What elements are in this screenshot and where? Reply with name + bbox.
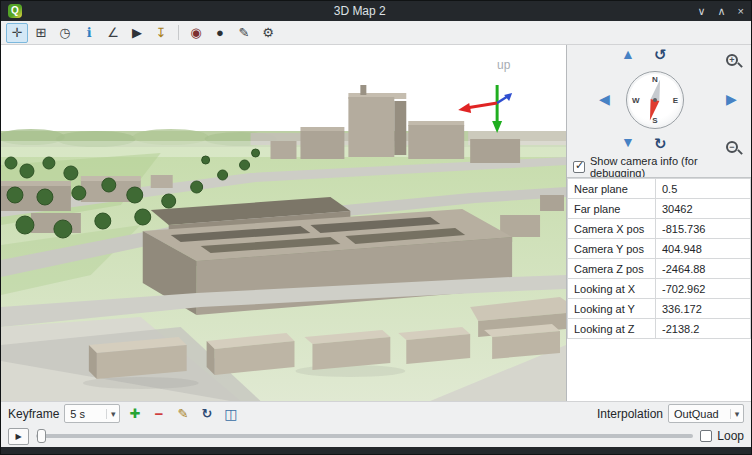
update-keyframes-button[interactable]: ↻ — [197, 404, 216, 423]
row-label: Near plane — [568, 179, 656, 199]
row-value: -702.962 — [656, 279, 751, 299]
table-row: Far plane30462 — [568, 199, 751, 219]
minimize-button[interactable]: ∨ — [697, 5, 705, 18]
row-value: 30462 — [656, 199, 751, 219]
row-label: Looking at Y — [568, 299, 656, 319]
up-arrow-icon: ▲ — [621, 46, 635, 62]
disk-icon: ◫ — [224, 406, 237, 422]
loop-label: Loop — [717, 429, 744, 443]
zoom-out-button[interactable]: − — [726, 138, 743, 155]
globe-icon: ● — [216, 25, 224, 40]
table-row: Near plane0.5 — [568, 179, 751, 199]
configure-button[interactable]: ⚙ — [257, 23, 279, 43]
show-camera-info-checkbox[interactable]: ✓ Show camera info (for debugging) — [567, 157, 751, 177]
table-row: Camera Y pos404.948 — [568, 239, 751, 259]
camera-icon: ◉ — [190, 25, 201, 40]
scene-globe-button[interactable]: ● — [209, 23, 231, 43]
row-value: -2138.2 — [656, 319, 751, 339]
move-left-button[interactable]: ◀ — [599, 92, 610, 106]
row-label: Camera X pos — [568, 219, 656, 239]
compass[interactable]: N W E S — [626, 71, 684, 129]
close-button[interactable]: × — [738, 5, 744, 18]
remove-keyframe-button[interactable]: − — [149, 404, 168, 423]
rotate-cw-icon: ↻ — [654, 135, 667, 152]
export-animation-button[interactable]: ◫ — [221, 404, 240, 423]
dropdown-arrow-icon: ▾ — [730, 409, 743, 419]
window-frame-bottom — [1, 447, 751, 454]
row-label: Looking at X — [568, 279, 656, 299]
show-camera-info-label: Show camera info (for debugging) — [590, 155, 745, 179]
table-row: Looking at Y336.172 — [568, 299, 751, 319]
play-icon: ▶ — [15, 432, 21, 441]
row-label: Camera Y pos — [568, 239, 656, 259]
zoom-in-icon: + — [726, 54, 738, 66]
slider-handle[interactable] — [37, 429, 46, 443]
camera-navigation: ▲ ↺ + ◀ ▶ ▼ ↻ − N W E S — [567, 45, 751, 157]
play-icon: ▶ — [132, 25, 142, 40]
row-value: -2464.88 — [656, 259, 751, 279]
row-label: Camera Z pos — [568, 259, 656, 279]
axis-up-label: up — [497, 58, 511, 72]
row-value: 404.948 — [656, 239, 751, 259]
check-icon: ✓ — [575, 159, 584, 172]
timeline-slider[interactable] — [36, 428, 693, 444]
edit-keyframe-button[interactable]: ✎ — [173, 404, 192, 423]
window-title: 3D Map 2 — [22, 4, 697, 18]
play-animation-button[interactable]: ▶ — [8, 428, 29, 445]
compass-needle-icon — [627, 72, 683, 128]
magnifier-handle — [737, 62, 743, 68]
measure-line-button[interactable]: ∠ — [102, 23, 124, 43]
pencil-icon: ✎ — [239, 25, 250, 40]
keyframe-combo[interactable]: 5 s ▾ — [64, 404, 120, 423]
rotate-ccw-button[interactable]: ↺ — [654, 47, 667, 62]
info-icon: ℹ — [87, 25, 92, 40]
gear-icon: ⚙ — [262, 25, 274, 40]
toolbar: ✛ ⊞ ◷ ℹ ∠ ▶ ↧ ◉ ● ✎ ⚙ — [1, 21, 751, 45]
down-arrow-icon: ▼ — [621, 134, 635, 150]
row-label: Far plane — [568, 199, 656, 219]
keyframe-bar: Keyframe 5 s ▾ ✚ − ✎ ↻ ◫ Interpolation O… — [1, 401, 751, 425]
minus-icon: − — [154, 405, 163, 422]
table-row: Looking at Z-2138.2 — [568, 319, 751, 339]
animation-clock-button[interactable]: ◷ — [54, 23, 76, 43]
table-row: Camera X pos-815.736 — [568, 219, 751, 239]
camera-views-button[interactable]: ◉ — [185, 23, 207, 43]
left-arrow-icon: ◀ — [599, 91, 610, 107]
camera-control-tool-button[interactable]: ✛ — [6, 23, 28, 43]
animations-button[interactable]: ▶ — [126, 23, 148, 43]
zoom-full-icon: ⊞ — [36, 25, 47, 40]
save-image-button[interactable]: ↧ — [150, 23, 172, 43]
table-row: Camera Z pos-2464.88 — [568, 259, 751, 279]
tilt-down-button[interactable]: ▼ — [621, 135, 635, 149]
save-image-icon: ↧ — [156, 25, 167, 40]
plus-icon: ✚ — [129, 406, 140, 421]
right-panel: ▲ ↺ + ◀ ▶ ▼ ↻ − N W E S — [567, 45, 751, 401]
dropdown-arrow-icon: ▾ — [106, 409, 119, 419]
checkbox-box: ✓ — [573, 161, 585, 173]
row-value: 336.172 — [656, 299, 751, 319]
magnifier-handle — [737, 149, 743, 155]
rotate-ccw-icon: ↺ — [654, 46, 667, 63]
zoom-out-icon: − — [726, 141, 738, 153]
zoom-in-button[interactable]: + — [726, 51, 743, 68]
move-right-button[interactable]: ▶ — [726, 92, 737, 106]
checkbox-box — [700, 430, 712, 442]
add-keyframe-button[interactable]: ✚ — [125, 404, 144, 423]
zoom-full-button[interactable]: ⊞ — [30, 23, 52, 43]
keyframe-label: Keyframe — [8, 407, 59, 421]
clock-icon: ◷ — [59, 25, 70, 40]
loop-checkbox[interactable]: Loop — [700, 429, 744, 443]
titlebar[interactable]: Q 3D Map 2 ∨ ∧ × — [1, 1, 751, 21]
tilt-up-button[interactable]: ▲ — [621, 47, 635, 61]
window: Q 3D Map 2 ∨ ∧ × ✛ ⊞ ◷ ℹ ∠ ▶ ↧ ◉ ● ✎ ⚙ — [0, 0, 752, 455]
table-row: Looking at X-702.962 — [568, 279, 751, 299]
rotate-cw-button[interactable]: ↻ — [654, 136, 667, 151]
interpolation-combo[interactable]: OutQuad ▾ — [668, 404, 744, 423]
toolbar-separator — [178, 25, 179, 40]
3d-viewport[interactable]: up — [1, 45, 567, 401]
edit-tool-button[interactable]: ✎ — [233, 23, 255, 43]
keyframe-combo-value: 5 s — [65, 408, 106, 420]
qgis-logo-icon: Q — [8, 4, 22, 18]
identify-button[interactable]: ℹ — [78, 23, 100, 43]
maximize-button[interactable]: ∧ — [718, 5, 726, 18]
